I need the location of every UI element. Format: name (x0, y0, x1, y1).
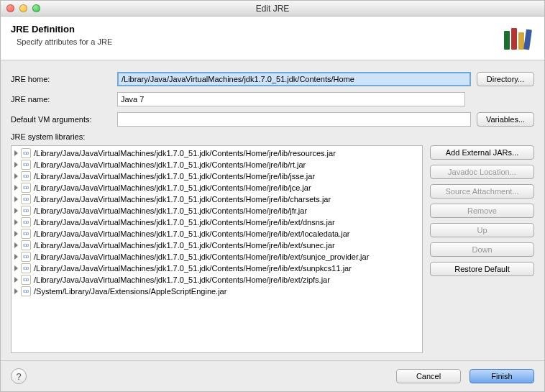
vm-args-input[interactable] (117, 112, 471, 127)
close-icon[interactable] (6, 4, 14, 12)
expand-icon[interactable] (14, 277, 18, 283)
jre-name-row: JRE name: (11, 92, 534, 106)
library-path: /Library/Java/JavaVirtualMachines/jdk1.7… (34, 229, 349, 238)
library-item[interactable]: /Library/Java/JavaVirtualMachines/jdk1.7… (12, 182, 422, 193)
svg-rect-1 (511, 28, 517, 50)
library-path: /Library/Java/JavaVirtualMachines/jdk1.7… (34, 252, 369, 261)
expand-icon[interactable] (14, 185, 18, 191)
svg-rect-3 (523, 29, 532, 50)
jar-icon (21, 275, 31, 285)
expand-icon[interactable] (14, 219, 18, 225)
help-button[interactable]: ? (11, 368, 27, 384)
add-external-jars-button[interactable]: Add External JARs... (430, 145, 534, 160)
header-title: JRE Definition (11, 24, 112, 35)
library-item[interactable]: /Library/Java/JavaVirtualMachines/jdk1.7… (12, 205, 422, 216)
jar-icon (21, 286, 31, 296)
jre-home-label: JRE home: (11, 75, 111, 83)
window-title: Edit JRE (1, 4, 544, 14)
vm-args-row: Default VM arguments: Variables... (11, 112, 534, 127)
library-path: /Library/Java/JavaVirtualMachines/jdk1.7… (34, 275, 330, 284)
library-path: /Library/Java/JavaVirtualMachines/jdk1.7… (34, 149, 336, 158)
jar-icon (21, 217, 31, 227)
jre-home-input[interactable] (117, 72, 471, 86)
jar-icon (21, 240, 31, 250)
library-item[interactable]: /Library/Java/JavaVirtualMachines/jdk1.7… (12, 147, 422, 159)
directory-button[interactable]: Directory... (477, 72, 534, 86)
libraries-label: JRE system libraries: (11, 132, 534, 141)
library-item[interactable]: /Library/Java/JavaVirtualMachines/jdk1.7… (12, 274, 422, 286)
library-item[interactable]: /Library/Java/JavaVirtualMachines/jdk1.7… (12, 228, 422, 240)
jar-icon (21, 183, 31, 193)
expand-icon[interactable] (14, 173, 18, 179)
jre-home-row: JRE home: Directory... (11, 72, 534, 86)
library-item[interactable]: /System/Library/Java/Extensions/AppleScr… (12, 286, 422, 297)
libraries-section: JRE system libraries: /Library/Java/Java… (11, 132, 534, 353)
jar-icon (21, 194, 31, 204)
variables-button[interactable]: Variables... (477, 112, 534, 127)
jar-icon (21, 252, 31, 262)
dialog-content: JRE home: Directory... JRE name: Default… (1, 60, 544, 360)
jar-icon (21, 263, 31, 273)
library-path: /Library/Java/JavaVirtualMachines/jdk1.7… (34, 172, 315, 181)
library-path: /Library/Java/JavaVirtualMachines/jdk1.7… (34, 160, 306, 169)
jar-icon (21, 148, 31, 158)
expand-icon[interactable] (14, 265, 18, 271)
restore-default-button[interactable]: Restore Default (430, 262, 534, 276)
library-item[interactable]: /Library/Java/JavaVirtualMachines/jdk1.7… (12, 263, 422, 274)
expand-icon[interactable] (14, 150, 18, 156)
library-path: /Library/Java/JavaVirtualMachines/jdk1.7… (34, 206, 307, 215)
library-path: /Library/Java/JavaVirtualMachines/jdk1.7… (34, 241, 335, 250)
zoom-icon[interactable] (32, 4, 40, 12)
expand-icon[interactable] (14, 242, 18, 248)
jar-icon (21, 229, 31, 239)
library-path: /System/Library/Java/Extensions/AppleScr… (34, 287, 226, 296)
javadoc-location-button[interactable]: Javadoc Location... (430, 165, 534, 179)
vm-args-label: Default VM arguments: (11, 115, 111, 124)
libraries-tree[interactable]: /Library/Java/JavaVirtualMachines/jdk1.7… (11, 145, 423, 353)
library-item[interactable]: /Library/Java/JavaVirtualMachines/jdk1.7… (12, 193, 422, 205)
remove-button[interactable]: Remove (430, 204, 534, 218)
library-path: /Library/Java/JavaVirtualMachines/jdk1.7… (34, 218, 335, 227)
down-button[interactable]: Down (430, 242, 534, 257)
header-subtitle: Specify attributes for a JRE (11, 37, 112, 46)
window-controls (1, 4, 40, 12)
jre-name-input[interactable] (117, 92, 465, 106)
library-item[interactable]: /Library/Java/JavaVirtualMachines/jdk1.7… (12, 216, 422, 228)
expand-icon[interactable] (14, 162, 18, 168)
minimize-icon[interactable] (19, 4, 27, 12)
library-item[interactable]: /Library/Java/JavaVirtualMachines/jdk1.7… (12, 170, 422, 182)
cancel-button[interactable]: Cancel (396, 369, 461, 383)
library-path: /Library/Java/JavaVirtualMachines/jdk1.7… (34, 264, 352, 273)
svg-rect-0 (504, 31, 510, 50)
dialog-footer: ? Cancel Finish (1, 360, 544, 391)
finish-button[interactable]: Finish (470, 369, 534, 383)
jar-icon (21, 160, 31, 170)
expand-icon[interactable] (14, 231, 18, 237)
expand-icon[interactable] (14, 288, 18, 294)
library-buttons: Add External JARs... Javadoc Location...… (430, 145, 534, 353)
jre-name-label: JRE name: (11, 95, 111, 104)
library-path: /Library/Java/JavaVirtualMachines/jdk1.7… (34, 183, 311, 192)
up-button[interactable]: Up (430, 223, 534, 237)
library-path: /Library/Java/JavaVirtualMachines/jdk1.7… (34, 195, 331, 204)
jar-icon (21, 206, 31, 216)
dialog-header: JRE Definition Specify attributes for a … (1, 17, 544, 60)
library-item[interactable]: /Library/Java/JavaVirtualMachines/jdk1.7… (12, 251, 422, 263)
expand-icon[interactable] (14, 208, 18, 214)
library-item[interactable]: /Library/Java/JavaVirtualMachines/jdk1.7… (12, 240, 422, 251)
svg-rect-2 (518, 32, 524, 50)
edit-jre-dialog: Edit JRE JRE Definition Specify attribut… (0, 0, 545, 392)
library-item[interactable]: /Library/Java/JavaVirtualMachines/jdk1.7… (12, 159, 422, 170)
titlebar: Edit JRE (1, 1, 544, 17)
jar-icon (21, 171, 31, 181)
expand-icon[interactable] (14, 254, 18, 260)
source-attachment-button[interactable]: Source Attachment... (430, 184, 534, 199)
books-icon (500, 24, 534, 53)
expand-icon[interactable] (14, 196, 18, 202)
